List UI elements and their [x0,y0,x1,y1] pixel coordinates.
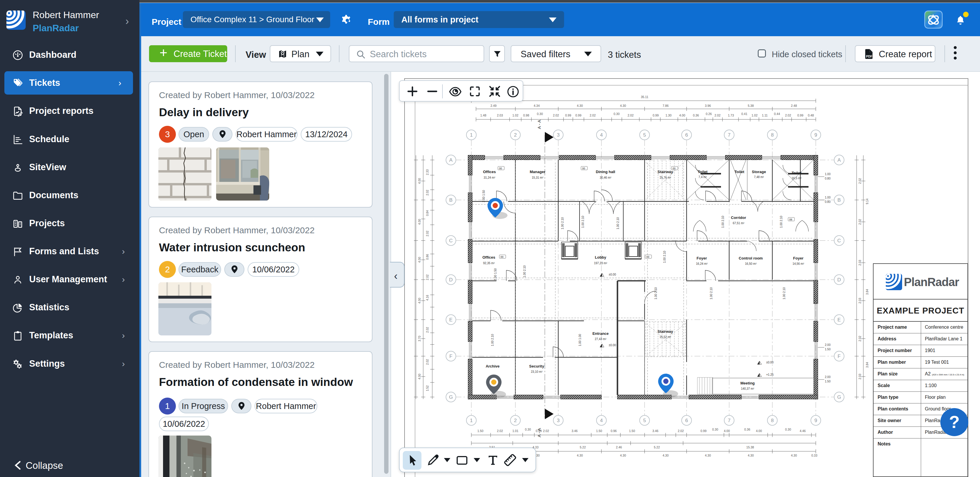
svg-text:PDF: PDF [866,54,872,58]
